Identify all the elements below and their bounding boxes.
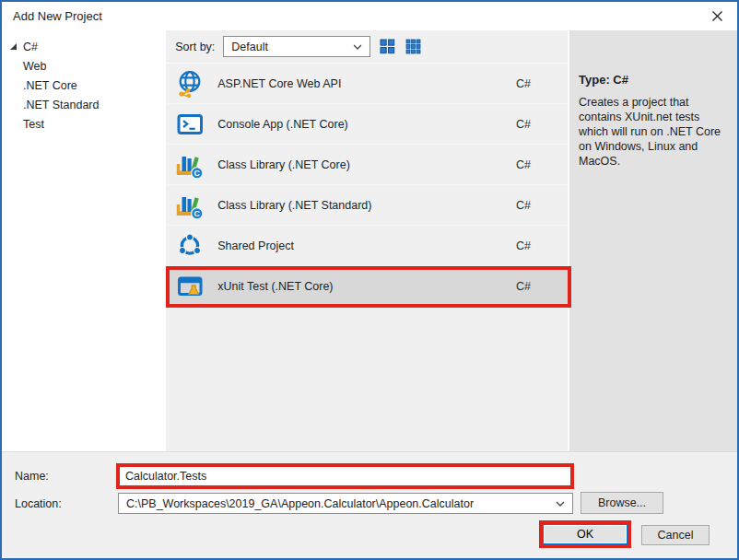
ok-button[interactable]: OK	[543, 524, 628, 544]
template-row-webapi[interactable]: ASP.NET Core Web API C#	[166, 64, 568, 104]
template-name: Class Library (.NET Core)	[217, 158, 350, 171]
shared-project-icon	[175, 231, 205, 261]
chevron-down-icon	[556, 501, 565, 507]
template-language: C#	[516, 199, 531, 212]
close-icon[interactable]	[702, 5, 732, 28]
location-dropdown[interactable]: C:\PB_Workspaces\2019_GA\Appeon.Calculat…	[118, 493, 573, 514]
svg-text:C: C	[194, 209, 201, 218]
template-row-shared-project[interactable]: Shared Project C#	[166, 226, 568, 266]
tree-node-label: Web	[23, 60, 46, 73]
tree-node-test[interactable]: Test	[2, 114, 166, 134]
chevron-down-icon	[353, 44, 362, 50]
location-label: Location:	[15, 497, 62, 510]
sort-by-label: Sort by:	[175, 41, 215, 53]
template-language: C#	[516, 118, 531, 131]
template-list-panel: Sort by: Default	[166, 30, 568, 451]
tree-node-label: .NET Core	[23, 79, 77, 92]
annotation-box-ok: OK	[539, 520, 631, 548]
xunit-test-icon	[175, 272, 205, 301]
template-type-label: Type: C#	[579, 73, 728, 87]
expander-icon[interactable]	[9, 42, 18, 52]
tree-node-csharp[interactable]: C#	[2, 37, 166, 56]
name-label: Name:	[15, 470, 49, 483]
form-panel: Name: Location: C:\PB_Workspaces\2019_GA…	[2, 451, 737, 558]
tree-node-label: .NET Standard	[23, 99, 99, 111]
tree-node-netstandard[interactable]: .NET Standard	[2, 95, 166, 114]
cancel-button[interactable]: Cancel	[641, 525, 710, 545]
template-name: ASP.NET Core Web API	[217, 77, 341, 90]
title-bar: Add New Project	[2, 2, 737, 30]
template-language: C#	[516, 158, 531, 171]
template-name: Shared Project	[217, 239, 294, 252]
class-library-icon: C	[175, 150, 205, 180]
dialog-title: Add New Project	[13, 9, 102, 23]
template-name: Class Library (.NET Standard)	[217, 199, 371, 212]
svg-text:C: C	[194, 169, 201, 178]
template-row-console[interactable]: Console App (.NET Core) C#	[166, 104, 568, 145]
category-tree: C# Web .NET Core .NET Standard Test	[2, 30, 166, 451]
project-name-input[interactable]	[120, 467, 570, 485]
browse-button[interactable]: Browse...	[581, 492, 663, 514]
class-library-icon: C	[175, 191, 205, 220]
template-language: C#	[516, 239, 531, 252]
console-app-icon	[175, 110, 205, 139]
template-name: xUnit Test (.NET Core)	[217, 280, 333, 293]
template-description: Creates a project that contains XUnit.ne…	[579, 96, 728, 169]
tree-node-label: C#	[23, 41, 38, 53]
template-language: C#	[516, 77, 531, 90]
small-icons-view-button[interactable]	[405, 38, 422, 55]
template-row-classlib-standard[interactable]: C Class Library (.NET Standard) C#	[166, 185, 568, 226]
details-panel: Type: C# Creates a project that contains…	[568, 30, 737, 451]
location-value: C:\PB_Workspaces\2019_GA\Appeon.Calculat…	[126, 497, 474, 510]
sort-by-value: Default	[231, 41, 268, 53]
medium-icons-view-button[interactable]	[379, 38, 396, 55]
main-area: C# Web .NET Core .NET Standard Test Sort…	[2, 30, 737, 451]
tree-node-web[interactable]: Web	[2, 56, 166, 76]
tree-node-label: Test	[23, 118, 44, 131]
sort-by-dropdown[interactable]: Default	[223, 36, 370, 57]
tree-node-netcore[interactable]: .NET Core	[2, 76, 166, 95]
annotation-box-name	[116, 463, 574, 489]
aspnet-webapi-icon	[175, 69, 205, 99]
sort-toolbar: Sort by: Default	[166, 30, 568, 64]
template-name: Console App (.NET Core)	[217, 118, 348, 131]
add-new-project-dialog: Add New Project C# Web .NET Core .NET St…	[0, 0, 739, 560]
template-language: C#	[516, 280, 531, 293]
template-row-xunit[interactable]: xUnit Test (.NET Core) C#	[166, 266, 568, 307]
template-row-classlib-core[interactable]: C Class Library (.NET Core) C#	[166, 145, 568, 185]
